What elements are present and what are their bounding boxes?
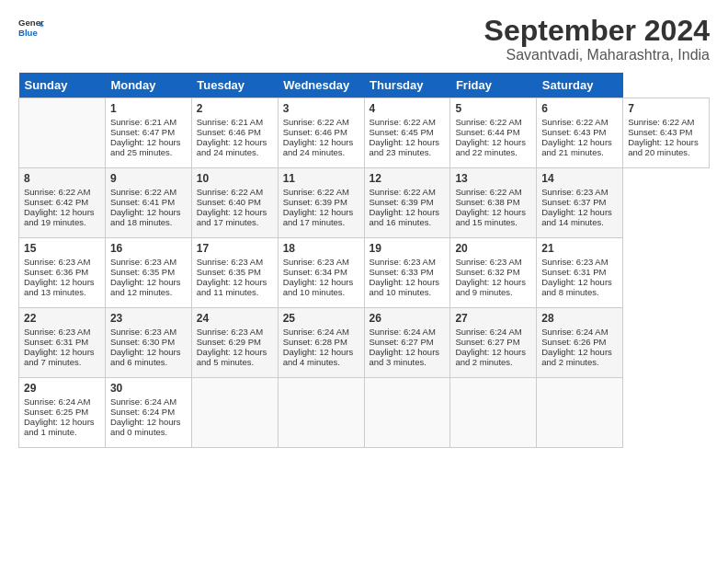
sunset-text: Sunset: 6:28 PM — [283, 337, 347, 347]
sunrise-text: Sunrise: 6:23 AM — [370, 257, 436, 267]
table-cell: 14Sunrise: 6:23 AMSunset: 6:37 PMDayligh… — [537, 168, 623, 238]
sunrise-text: Sunrise: 6:22 AM — [541, 117, 608, 127]
day-number: 25 — [283, 312, 359, 325]
day-number: 13 — [455, 172, 531, 185]
table-cell: 4Sunrise: 6:22 AMSunset: 6:45 PMDaylight… — [364, 98, 450, 168]
day-number: 12 — [370, 172, 446, 185]
table-cell: 16Sunrise: 6:23 AMSunset: 6:35 PMDayligh… — [105, 238, 191, 308]
calendar-week-row: 15Sunrise: 6:23 AMSunset: 6:36 PMDayligh… — [19, 238, 710, 308]
sunrise-text: Sunrise: 6:23 AM — [541, 257, 608, 267]
sunset-text: Sunset: 6:27 PM — [455, 337, 519, 347]
day-number: 26 — [370, 312, 446, 325]
calendar-week-row: 8Sunrise: 6:22 AMSunset: 6:42 PMDaylight… — [19, 168, 710, 238]
sunset-text: Sunset: 6:31 PM — [24, 337, 88, 347]
header: General Blue September 2024 Savantvadi, … — [18, 15, 710, 63]
sunrise-text: Sunrise: 6:23 AM — [197, 327, 263, 337]
sunset-text: Sunset: 6:42 PM — [24, 197, 88, 207]
day-number: 1 — [110, 102, 187, 115]
daylight-text: Daylight: 12 hours and 0 minutes. — [110, 417, 181, 437]
sunset-text: Sunset: 6:31 PM — [541, 267, 606, 277]
daylight-text: Daylight: 12 hours and 3 minutes. — [370, 347, 440, 367]
day-number: 3 — [283, 102, 359, 115]
logo: General Blue — [18, 15, 44, 40]
sunrise-text: Sunrise: 6:22 AM — [24, 187, 90, 197]
sunrise-text: Sunrise: 6:23 AM — [24, 327, 90, 337]
daylight-text: Daylight: 12 hours and 9 minutes. — [455, 277, 526, 297]
daylight-text: Daylight: 12 hours and 6 minutes. — [110, 347, 181, 367]
sunrise-text: Sunrise: 6:22 AM — [628, 117, 694, 127]
sunrise-text: Sunrise: 6:23 AM — [110, 257, 176, 267]
col-monday: Monday — [105, 73, 191, 98]
daylight-text: Daylight: 12 hours and 13 minutes. — [24, 277, 95, 297]
day-number: 19 — [370, 242, 446, 255]
sunset-text: Sunset: 6:37 PM — [541, 197, 606, 207]
sunrise-text: Sunrise: 6:24 AM — [283, 327, 349, 337]
sunset-text: Sunset: 6:40 PM — [197, 197, 261, 207]
col-friday: Friday — [450, 73, 537, 98]
sunset-text: Sunset: 6:35 PM — [197, 267, 261, 277]
table-cell: 29Sunrise: 6:24 AMSunset: 6:25 PMDayligh… — [19, 378, 106, 448]
sunrise-text: Sunrise: 6:22 AM — [455, 117, 521, 127]
sunset-text: Sunset: 6:32 PM — [455, 267, 519, 277]
sunset-text: Sunset: 6:44 PM — [455, 127, 519, 137]
daylight-text: Daylight: 12 hours and 8 minutes. — [541, 277, 612, 297]
day-number: 22 — [24, 312, 100, 325]
table-cell: 25Sunrise: 6:24 AMSunset: 6:28 PMDayligh… — [278, 308, 364, 378]
table-cell: 18Sunrise: 6:23 AMSunset: 6:34 PMDayligh… — [278, 238, 364, 308]
table-cell: 28Sunrise: 6:24 AMSunset: 6:26 PMDayligh… — [537, 308, 623, 378]
calendar-week-row: 22Sunrise: 6:23 AMSunset: 6:31 PMDayligh… — [19, 308, 710, 378]
table-cell: 13Sunrise: 6:22 AMSunset: 6:38 PMDayligh… — [450, 168, 537, 238]
table-cell: 22Sunrise: 6:23 AMSunset: 6:31 PMDayligh… — [19, 308, 106, 378]
daylight-text: Daylight: 12 hours and 22 minutes. — [455, 137, 526, 157]
sunrise-text: Sunrise: 6:24 AM — [541, 327, 608, 337]
table-cell: 1Sunrise: 6:21 AMSunset: 6:47 PMDaylight… — [105, 98, 191, 168]
table-cell: 11Sunrise: 6:22 AMSunset: 6:39 PMDayligh… — [278, 168, 364, 238]
sunset-text: Sunset: 6:29 PM — [197, 337, 261, 347]
daylight-text: Daylight: 12 hours and 12 minutes. — [110, 277, 181, 297]
day-number: 28 — [541, 312, 618, 325]
sunrise-text: Sunrise: 6:21 AM — [197, 117, 263, 127]
daylight-text: Daylight: 12 hours and 21 minutes. — [541, 137, 612, 157]
daylight-text: Daylight: 12 hours and 5 minutes. — [197, 347, 267, 367]
table-cell: 27Sunrise: 6:24 AMSunset: 6:27 PMDayligh… — [450, 308, 537, 378]
table-cell: 8Sunrise: 6:22 AMSunset: 6:42 PMDaylight… — [19, 168, 106, 238]
sunset-text: Sunset: 6:45 PM — [370, 127, 434, 137]
day-number: 17 — [197, 242, 273, 255]
sunrise-text: Sunrise: 6:23 AM — [197, 257, 263, 267]
day-number: 24 — [197, 312, 273, 325]
day-number: 6 — [541, 102, 618, 115]
sunrise-text: Sunrise: 6:22 AM — [455, 187, 521, 197]
daylight-text: Daylight: 12 hours and 4 minutes. — [283, 347, 354, 367]
table-cell: 19Sunrise: 6:23 AMSunset: 6:33 PMDayligh… — [364, 238, 450, 308]
sunset-text: Sunset: 6:24 PM — [110, 407, 175, 417]
sunset-text: Sunset: 6:35 PM — [110, 267, 175, 277]
sunrise-text: Sunrise: 6:23 AM — [541, 187, 608, 197]
day-number: 29 — [24, 382, 100, 395]
table-cell: 15Sunrise: 6:23 AMSunset: 6:36 PMDayligh… — [19, 238, 106, 308]
table-cell — [278, 378, 364, 448]
col-sunday: Sunday — [19, 73, 106, 98]
sunset-text: Sunset: 6:36 PM — [24, 267, 88, 277]
daylight-text: Daylight: 12 hours and 24 minutes. — [283, 137, 354, 157]
daylight-text: Daylight: 12 hours and 7 minutes. — [24, 347, 95, 367]
sunset-text: Sunset: 6:46 PM — [197, 127, 261, 137]
sunset-text: Sunset: 6:46 PM — [283, 127, 347, 137]
sunrise-text: Sunrise: 6:22 AM — [110, 187, 176, 197]
day-number: 10 — [197, 172, 273, 185]
svg-text:Blue: Blue — [18, 28, 38, 38]
sunrise-text: Sunrise: 6:22 AM — [370, 117, 436, 127]
daylight-text: Daylight: 12 hours and 24 minutes. — [197, 137, 267, 157]
table-cell — [537, 378, 623, 448]
sunrise-text: Sunrise: 6:23 AM — [283, 257, 349, 267]
table-cell — [19, 98, 106, 168]
sunrise-text: Sunrise: 6:22 AM — [197, 187, 263, 197]
col-tuesday: Tuesday — [191, 73, 278, 98]
daylight-text: Daylight: 12 hours and 1 minute. — [24, 417, 95, 437]
table-cell — [191, 378, 278, 448]
table-cell: 23Sunrise: 6:23 AMSunset: 6:30 PMDayligh… — [105, 308, 191, 378]
day-number: 4 — [370, 102, 446, 115]
calendar-header-row: Sunday Monday Tuesday Wednesday Thursday… — [19, 73, 710, 98]
daylight-text: Daylight: 12 hours and 16 minutes. — [370, 207, 440, 227]
daylight-text: Daylight: 12 hours and 10 minutes. — [283, 277, 354, 297]
table-cell: 26Sunrise: 6:24 AMSunset: 6:27 PMDayligh… — [364, 308, 450, 378]
